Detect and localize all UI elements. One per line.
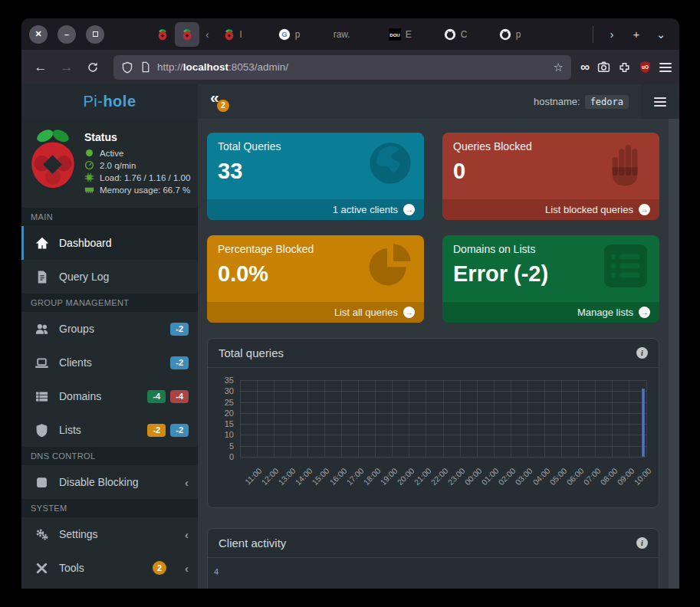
minimize-button[interactable]: –	[58, 25, 76, 44]
maximize-button[interactable]	[86, 25, 104, 44]
status-title: Status	[84, 131, 190, 143]
tracking-shield-icon[interactable]	[121, 61, 133, 74]
browser-menu-icon[interactable]	[659, 63, 672, 72]
reload-button[interactable]	[81, 56, 104, 79]
back-button[interactable]: ←	[29, 56, 52, 79]
url-host: localhost	[183, 61, 228, 73]
browser-tab[interactable]	[150, 22, 175, 47]
browser-tab[interactable]: p	[491, 22, 547, 47]
window-controls: ✕–	[29, 25, 104, 44]
sidebar-badges: -2	[170, 356, 189, 369]
page-info-icon[interactable]	[140, 61, 151, 73]
hostname: hostname: fedora	[534, 95, 629, 109]
bookmark-star-icon[interactable]: ☆	[553, 61, 563, 74]
scroll-tabs-back-button[interactable]: ‹	[199, 28, 215, 41]
status-text: Active	[100, 149, 123, 158]
browser-tab[interactable]	[175, 22, 199, 47]
client-activity-partial-tick: 4	[214, 567, 219, 576]
svg-text:uO: uO	[642, 64, 649, 70]
content: Total Queries331 active clients→Queries …	[198, 119, 669, 589]
client-activity-title: Client activity	[219, 536, 286, 550]
new-tab-button[interactable]: +	[626, 24, 647, 45]
sidebar-item-clients[interactable]: Clients-2	[21, 346, 198, 379]
tab-actions: › + ⌄	[588, 24, 672, 45]
chart-plot-area	[240, 380, 646, 457]
sidebar-item-groups[interactable]: Groups-2	[21, 312, 198, 346]
sidebar-item-label: Disable Blocking	[59, 476, 139, 488]
info-icon[interactable]: i	[636, 347, 648, 359]
count-badge: -2	[170, 424, 189, 437]
total-queries-chart[interactable]: 0510152025303511:0012:0013:0014:0015:001…	[214, 379, 649, 507]
page-body: Status Active2.0 q/minLoad: 1.76 / 1.16 …	[21, 119, 679, 589]
card-body: Queries Blocked0	[442, 133, 659, 199]
sidebar-item-disable-blocking[interactable]: Disable Blocking‹	[21, 465, 198, 499]
sidebar-item-label: Query Log	[59, 271, 109, 283]
total-queries-title: Total queries	[219, 346, 284, 359]
sidebar-collapse-button[interactable]: « 2	[210, 90, 230, 110]
url-bar[interactable]: http://localhost:8053/admin/ ☆	[113, 55, 571, 80]
chart-bar[interactable]	[642, 389, 645, 457]
status-text: Load: 1.76 / 1.16 / 1.00	[100, 173, 190, 182]
tab-title: p	[516, 29, 521, 40]
arrow-right-icon: →	[639, 307, 650, 318]
card-title: Total Queries	[218, 140, 413, 153]
forward-button[interactable]: →	[55, 56, 78, 79]
status-item: Memory usage: 66.7 %	[84, 185, 190, 195]
svg-text:DOU: DOU	[389, 32, 399, 37]
url-text[interactable]: http://localhost:8053/admin/	[157, 61, 547, 73]
card-footer-link[interactable]: Manage lists→	[442, 302, 659, 323]
y-axis-tick: 35	[214, 376, 234, 385]
containers-icon[interactable]: ∞	[580, 60, 590, 75]
arrow-right-icon: →	[639, 204, 650, 215]
card-footer-link[interactable]: 1 active clients→	[207, 199, 424, 220]
client-activity-chart[interactable]: 4	[208, 558, 659, 589]
sidebar-item-domains[interactable]: Domains-4-4	[21, 379, 198, 413]
browser-tab[interactable]: raw.	[326, 22, 381, 47]
sidebar-badges: -2-2	[147, 424, 189, 437]
card-footer-link[interactable]: List all queries→	[207, 302, 424, 323]
sidebar-item-settings[interactable]: Settings‹	[21, 517, 198, 551]
sidebar-item-lists[interactable]: Lists-2-2	[21, 413, 198, 447]
tab-title: C	[461, 29, 468, 40]
extensions-puzzle-icon[interactable]	[618, 61, 631, 74]
list-tabs-button[interactable]: ⌄	[650, 24, 672, 45]
collapse-badge: 2	[217, 100, 229, 112]
sidebar: Status Active2.0 q/minLoad: 1.76 / 1.16 …	[21, 119, 198, 589]
sidebar-item-tools[interactable]: Tools2‹	[21, 551, 198, 585]
y-axis-tick: 0	[214, 452, 234, 461]
sidebar-badges: 2	[153, 561, 166, 575]
hostname-label: hostname:	[534, 96, 580, 107]
sidebar-item-label: Tools	[59, 562, 84, 574]
y-axis-tick: 20	[214, 408, 234, 418]
count-badge: -2	[170, 323, 189, 336]
screenshot-camera-icon[interactable]	[597, 61, 610, 74]
tab-overflow-button[interactable]: ›	[601, 24, 623, 45]
firefox-window: ✕– ‹lGpraw.DOUECp › + ⌄ ← →	[21, 18, 679, 589]
sidebar-section-header: SYSTEM	[21, 499, 198, 517]
card-footer-label: Manage lists	[577, 307, 633, 318]
sidebar-item-query-log[interactable]: Query Log	[21, 260, 198, 294]
count-badge: 2	[153, 561, 166, 575]
close-button[interactable]: ✕	[29, 25, 48, 44]
card-value: 0.0%	[218, 261, 413, 287]
sidebar-nav: MAINDashboardQuery LogGROUP MANAGEMENTGr…	[21, 208, 198, 585]
page-scrollbar[interactable]	[669, 119, 679, 589]
header-main: « 2 hostname: fedora	[198, 84, 641, 119]
sidebar-item-dashboard[interactable]: Dashboard	[21, 226, 198, 260]
pihole-logo-text[interactable]: Pi-hole	[21, 84, 198, 119]
url-scheme: http://	[157, 61, 183, 73]
topbar-menu-button[interactable]	[641, 84, 679, 119]
browser-tab[interactable]: l	[215, 22, 271, 47]
browser-tab[interactable]: C	[436, 22, 491, 47]
status-text: Memory usage: 66.7 %	[100, 185, 190, 195]
summary-card-total-queries: Total Queries331 active clients→	[207, 133, 424, 220]
ublock-origin-icon[interactable]: uO	[639, 61, 652, 74]
card-footer-link[interactable]: List blocked queries→	[442, 199, 659, 220]
info-icon[interactable]: i	[636, 537, 648, 549]
browser-tab[interactable]: DOUE	[381, 22, 436, 47]
sidebar-section-header: GROUP MANAGEMENT	[21, 294, 198, 312]
status-block: Status Active2.0 q/minLoad: 1.76 / 1.16 …	[21, 119, 198, 208]
card-title: Percentage Blocked	[218, 243, 413, 255]
browser-tab[interactable]: Gp	[271, 22, 326, 47]
shield-icon	[35, 424, 48, 437]
